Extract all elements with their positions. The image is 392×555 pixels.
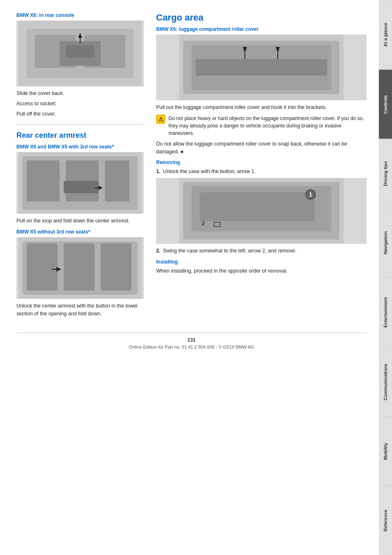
warning-icon: ⚠: [156, 115, 165, 124]
step-1-num: 1.: [156, 168, 160, 176]
installing-section: Installing When installing, proceed in t…: [156, 259, 367, 275]
removing-label: Removing: [156, 160, 367, 165]
page-number: 131: [16, 337, 367, 343]
svg-rect-12: [105, 160, 129, 201]
bmw-x5-no-3rd-row-label: BMW X5 without 3rd row seats*: [16, 229, 144, 235]
luggage-roller-cover-section: BMW X5: luggage compartment roller cover: [156, 26, 367, 155]
rear-console-svg: [16, 21, 144, 86]
installing-text: When installing, proceed in the opposite…: [156, 267, 367, 275]
right-column: Cargo area BMW X5: luggage compartment r…: [156, 12, 367, 320]
svg-rect-10: [27, 160, 60, 201]
rear-center-armrest-heading: Rear center armrest: [16, 131, 144, 140]
roller-cover-image: [156, 35, 367, 100]
x6-x5-3rdrow-svg: [16, 152, 144, 214]
removing-image: 1 2: [156, 178, 367, 244]
svg-rect-18: [27, 243, 58, 291]
svg-rect-5: [66, 45, 95, 58]
two-column-layout: BMW X6: in rear console: [16, 12, 367, 320]
footer-text: Online Edition for Part no. 01 41 2 604 …: [16, 345, 367, 349]
svg-rect-34: [200, 192, 315, 221]
svg-text:2: 2: [202, 220, 205, 227]
left-column: BMW X6: in rear console: [16, 12, 144, 320]
tab-driving-tips[interactable]: Driving tips: [379, 139, 392, 208]
x6-x5-3rdrow-image: [16, 152, 144, 214]
main-content: BMW X6: in rear console: [0, 0, 379, 555]
cargo-area-heading: Cargo area: [156, 12, 367, 23]
snap-back-text: Do not allow the luggage compartment rol…: [156, 140, 367, 156]
svg-text:1: 1: [309, 191, 312, 198]
tab-reference[interactable]: Reference: [379, 486, 392, 555]
tab-navigation[interactable]: Navigation: [379, 208, 392, 278]
step-2-num: 2.: [156, 247, 160, 255]
warning-text: Do not place heavy or hard objects on th…: [168, 115, 367, 137]
slide-cover-text: Slide the cover back.: [16, 90, 144, 97]
step-2-text: Swing the case somewhat to the left, arr…: [163, 247, 296, 255]
svg-rect-26: [196, 59, 327, 76]
bmw-x6-x5-3rd-row-label: BMW X6 and BMW X5 with 3rd row seats*: [16, 144, 144, 150]
removing-step-2: 2. Swing the case somewhat to the left, …: [156, 247, 367, 255]
removing-section: Removing 1. Unlock the case with the but…: [156, 160, 367, 255]
svg-rect-19: [64, 243, 95, 291]
svg-rect-13: [64, 181, 99, 193]
removing-svg: 1 2: [156, 178, 367, 244]
tab-entertainment[interactable]: Entertainment: [379, 278, 392, 347]
unlock-armrest-text: Unlock the center armrest with the butto…: [16, 302, 144, 318]
pull-out-roller-text: Pull out the luggage compartment roller …: [156, 104, 367, 111]
svg-rect-20: [101, 243, 131, 291]
removing-steps: 1. Unlock the case with the button, arro…: [156, 168, 367, 176]
tab-communications[interactable]: Communications: [379, 347, 392, 416]
x5-no-3rdrow-svg: [16, 237, 144, 299]
rear-console-image: [16, 21, 144, 86]
bmw-x6-rear-console-label: BMW X6: in rear console: [16, 12, 144, 18]
tab-mobility[interactable]: Mobility: [379, 416, 392, 486]
tab-controls[interactable]: Controls: [379, 69, 392, 139]
luggage-roller-cover-label: BMW X5: luggage compartment roller cover: [156, 26, 367, 32]
roller-cover-svg: [156, 35, 367, 100]
step-1-text: Unlock the case with the button, arrow 1…: [163, 168, 256, 176]
removing-step-1: 1. Unlock the case with the button, arro…: [156, 168, 367, 176]
side-tabs: At a glance Controls Driving tips Naviga…: [379, 0, 392, 555]
rear-center-armrest-section: Rear center armrest BMW X6 and BMW X5 wi…: [16, 131, 144, 317]
installing-label: Installing: [156, 259, 367, 265]
pull-loop-text: Pull on the loop and fold down the cente…: [16, 217, 144, 225]
section-bmw-x6-rear-console: BMW X6: in rear console: [16, 12, 144, 118]
tab-at-a-glance[interactable]: At a glance: [379, 0, 392, 69]
removing-step2-list: 2. Swing the case somewhat to the left, …: [156, 247, 367, 255]
footer: 131 Online Edition for Part no. 01 41 2 …: [16, 333, 367, 349]
pull-cover-text: Pull off the cover.: [16, 110, 144, 118]
warning-block: ⚠ Do not place heavy or hard objects on …: [156, 115, 367, 137]
access-socket-text: Access to socket:: [16, 100, 144, 108]
section-divider-1: [16, 124, 144, 125]
x5-no-3rdrow-image: [16, 237, 144, 299]
